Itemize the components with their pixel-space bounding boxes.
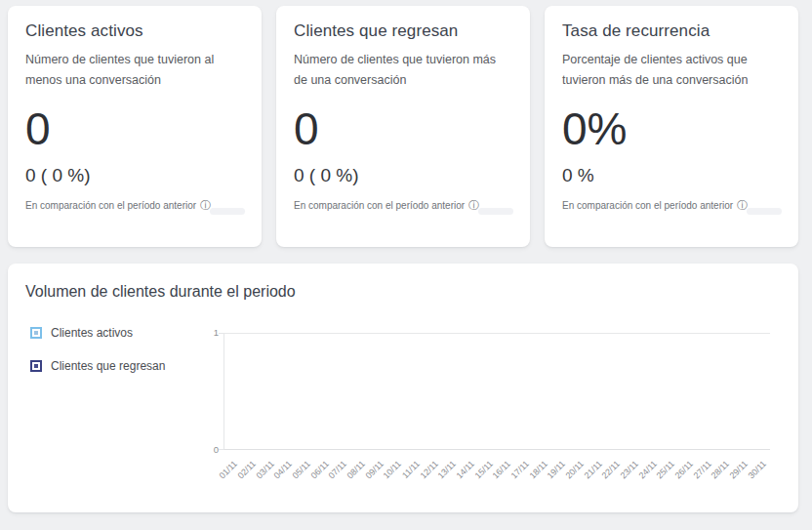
comparison-note-text: En comparación con el período anterior xyxy=(294,200,465,211)
card-title: Clientes activos xyxy=(25,21,242,41)
stat-card-clientes-activos: Clientes activos Número de clientes que … xyxy=(8,6,262,247)
skeleton-pill xyxy=(747,208,782,215)
y-axis-tick-mark xyxy=(219,333,223,334)
card-value: 0% xyxy=(562,105,779,152)
skeleton-pill xyxy=(478,208,513,215)
chart-title: Volumen de clientes durante el periodo xyxy=(25,283,296,301)
chart-legend: Clientes activos Clientes que regresan xyxy=(30,326,165,392)
chart-plot-area xyxy=(223,333,770,450)
stat-cards-row: Clientes activos Número de clientes que … xyxy=(0,0,812,247)
card-title: Clientes que regresan xyxy=(294,21,510,41)
card-delta: 0 ( 0 %) xyxy=(294,165,510,186)
y-axis-tick-label: 0 xyxy=(203,444,219,455)
skeleton-pill xyxy=(210,208,245,215)
stat-card-tasa-de-recurrencia: Tasa de recurrencia Porcentaje de client… xyxy=(545,6,798,247)
comparison-note-text: En comparación con el período anterior xyxy=(25,200,196,211)
y-axis-tick-label: 1 xyxy=(203,327,219,338)
card-description: Número de clientes que tuvieron más de u… xyxy=(294,50,510,90)
comparison-note-text: En comparación con el período anterior xyxy=(562,200,733,211)
series-returning-swatch-icon xyxy=(30,360,42,372)
card-value: 0 xyxy=(25,105,242,152)
card-description: Número de clientes que tuvieron al menos… xyxy=(25,50,242,90)
y-axis-tick-mark xyxy=(219,449,223,450)
card-description: Porcentaje de clientes activos que tuvie… xyxy=(562,50,779,90)
series-active-swatch-icon xyxy=(30,327,42,339)
legend-label: Clientes que regresan xyxy=(51,359,165,373)
card-delta: 0 % xyxy=(562,165,779,186)
legend-label: Clientes activos xyxy=(51,326,133,340)
card-title: Tasa de recurrencia xyxy=(562,21,779,41)
card-delta: 0 ( 0 %) xyxy=(25,165,242,186)
legend-item-clientes-que-regresan[interactable]: Clientes que regresan xyxy=(30,359,165,373)
volume-chart-card: Volumen de clientes durante el periodo C… xyxy=(8,264,798,512)
x-axis-labels: 01/1102/1103/1104/1105/1106/1107/1108/11… xyxy=(223,455,770,498)
legend-item-clientes-activos[interactable]: Clientes activos xyxy=(30,326,165,340)
stat-card-clientes-que-regresan: Clientes que regresan Número de clientes… xyxy=(276,6,530,247)
card-value: 0 xyxy=(294,105,510,152)
